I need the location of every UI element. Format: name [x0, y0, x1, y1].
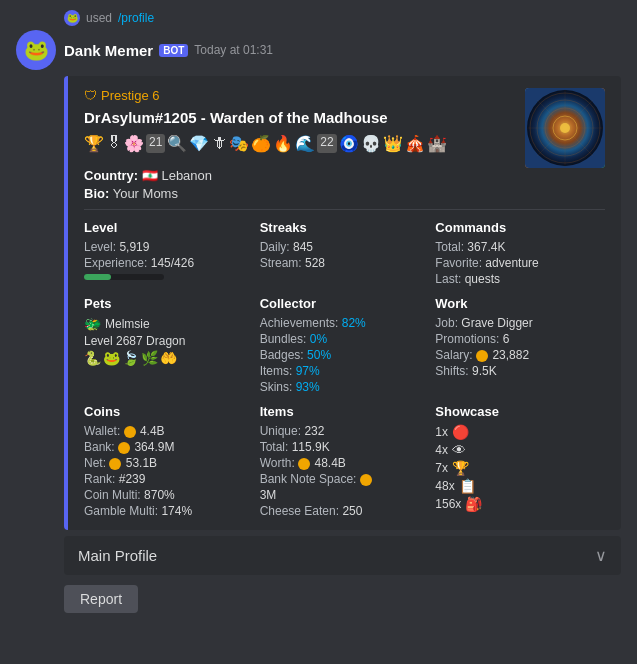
- level-value: 5,919: [119, 240, 149, 254]
- pet-badges-row: 🐍 🐸 🍃 🌿 🤲: [84, 350, 254, 366]
- slash-command: /profile: [118, 11, 154, 25]
- showcase-emoji-1: 🔴: [452, 424, 469, 440]
- prestige-label: Prestige 6: [101, 88, 160, 103]
- showcase-emoji-2: 👁: [452, 442, 466, 458]
- items-section: Items Unique: 232 Total: 115.9K Worth: 4…: [260, 404, 430, 518]
- gamble-line: Gamble Multi: 174%: [84, 504, 254, 518]
- showcase-item-5: 156x 🎒: [435, 496, 605, 512]
- showcase-count-3: 7x: [435, 461, 448, 475]
- badge-2: 🎖: [106, 134, 122, 153]
- main-profile-label: Main Profile: [78, 547, 157, 564]
- embed-divider: [84, 209, 605, 210]
- pet-icon: 🐲: [84, 316, 101, 332]
- gamble-value: 174%: [161, 504, 192, 518]
- badges-value: 50%: [307, 348, 331, 362]
- bio-label: Bio:: [84, 186, 109, 201]
- shifts-line: Shifts: 9.5K: [435, 364, 605, 378]
- badge-12: 22: [317, 134, 336, 153]
- showcase-count-2: 4x: [435, 443, 448, 457]
- salary-line: Salary: 23,882: [435, 348, 605, 362]
- showcase-emoji-4: 📋: [459, 478, 476, 494]
- badge-16: 🎪: [405, 134, 425, 153]
- badge-14: 💀: [361, 134, 381, 153]
- commands-total-value: 367.4K: [467, 240, 505, 254]
- stream-value: 528: [305, 256, 325, 270]
- exp-line: Experience: 145/426: [84, 256, 254, 270]
- achievements-line: Achievements: 82%: [260, 316, 430, 330]
- pets-section: Pets 🐲 Melmsie Level 2687 Dragon 🐍 🐸 🍃 🌿…: [84, 296, 254, 394]
- country-label: Country:: [84, 168, 138, 183]
- pet-level-line: Level 2687 Dragon: [84, 334, 254, 348]
- prestige-icon: 🛡: [84, 88, 97, 103]
- progress-bar-fill: [84, 274, 111, 280]
- commands-fav-line: Favorite: adventure: [435, 256, 605, 270]
- rank-value: #239: [119, 472, 146, 486]
- collector-title: Collector: [260, 296, 430, 311]
- rank-line: Rank: #239: [84, 472, 254, 486]
- badge-7: 🗡: [211, 134, 227, 153]
- country-row: Country: 🇱🇧 Lebanon: [84, 168, 605, 183]
- bank-value: 364.9M: [134, 440, 174, 454]
- worth-value: 48.4B: [314, 456, 345, 470]
- net-line: Net: 53.1B: [84, 456, 254, 470]
- used-profile-line: 🐸 used /profile: [64, 10, 621, 26]
- wallet-value: 4.4B: [140, 424, 165, 438]
- stats-grid: Level Level: 5,919 Experience: 145/426 S…: [84, 220, 605, 518]
- pets-title: Pets: [84, 296, 254, 311]
- badge-1: 🏆: [84, 134, 104, 153]
- pet-badge-3: 🍃: [122, 350, 139, 366]
- bankspace-value-line: 3M: [260, 488, 430, 502]
- cheese-line: Cheese Eaten: 250: [260, 504, 430, 518]
- showcase-item-1: 1x 🔴: [435, 424, 605, 440]
- report-button[interactable]: Report: [64, 585, 138, 613]
- cheese-value: 250: [342, 504, 362, 518]
- pet-badge-1: 🐍: [84, 350, 101, 366]
- report-button-container: Report: [64, 585, 621, 613]
- net-coin-icon: [109, 458, 121, 470]
- badge-13: 🧿: [339, 134, 359, 153]
- level-section: Level Level: 5,919 Experience: 145/426: [84, 220, 254, 286]
- bot-badge: BOT: [159, 44, 188, 57]
- multi-line: Coin Multi: 870%: [84, 488, 254, 502]
- shifts-value: 9.5K: [472, 364, 497, 378]
- small-avatar: 🐸: [64, 10, 80, 26]
- worth-line: Worth: 48.4B: [260, 456, 430, 470]
- collector-section: Collector Achievements: 82% Bundles: 0% …: [260, 296, 430, 394]
- badge-15: 👑: [383, 134, 403, 153]
- commands-last-value: quests: [465, 272, 500, 286]
- unique-value: 232: [304, 424, 324, 438]
- main-profile-row[interactable]: Main Profile ∨: [64, 536, 621, 575]
- wallet-coin-icon: [124, 426, 136, 438]
- pet-row: 🐲 Melmsie: [84, 316, 254, 332]
- timestamp: Today at 01:31: [194, 43, 273, 57]
- total-items-line: Total: 115.9K: [260, 440, 430, 454]
- net-value: 53.1B: [126, 456, 157, 470]
- embed-title-row: 🛡 Prestige 6 DrAsylum#1205 - Warden of t…: [84, 88, 605, 168]
- items-value: 97%: [296, 364, 320, 378]
- bundles-value: 0%: [310, 332, 327, 346]
- badges-line: Badges: 50%: [260, 348, 430, 362]
- exp-value: 145/426: [151, 256, 194, 270]
- streaks-section: Streaks Daily: 845 Stream: 528: [260, 220, 430, 286]
- badge-9: 🍊: [251, 134, 271, 153]
- bundles-line: Bundles: 0%: [260, 332, 430, 346]
- showcase-emoji-3: 🏆: [452, 460, 469, 476]
- promotions-value: 6: [503, 332, 510, 346]
- job-value: Grave Digger: [461, 316, 532, 330]
- showcase-count-4: 48x: [435, 479, 454, 493]
- daily-value: 845: [293, 240, 313, 254]
- showcase-count-1: 1x: [435, 425, 448, 439]
- showcase-title: Showcase: [435, 404, 605, 419]
- pet-badge-2: 🐸: [103, 350, 120, 366]
- message-container: 🐸 used /profile 🐸 Dank Memer BOT Today a…: [16, 10, 621, 613]
- country-flag: 🇱🇧: [142, 168, 162, 183]
- showcase-item-4: 48x 📋: [435, 478, 605, 494]
- work-title: Work: [435, 296, 605, 311]
- bank-line: Bank: 364.9M: [84, 440, 254, 454]
- avatar: 🐸: [16, 30, 56, 70]
- showcase-count-5: 156x: [435, 497, 461, 511]
- commands-last-line: Last: quests: [435, 272, 605, 286]
- username: Dank Memer: [64, 42, 153, 59]
- pet-type: Dragon: [146, 334, 185, 348]
- bankspace-coin-icon: [360, 474, 372, 486]
